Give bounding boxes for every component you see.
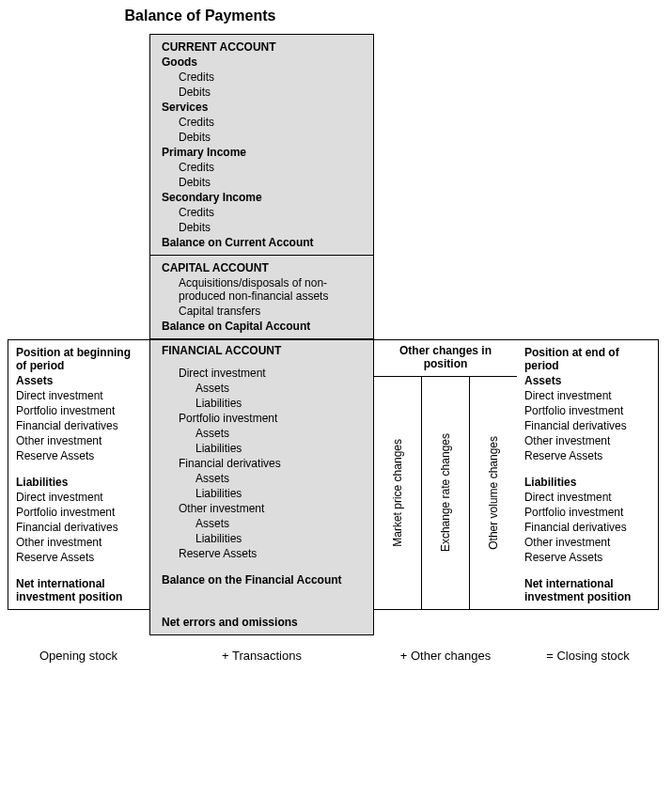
end-assets-head: Assets [524,374,652,387]
fa-direct: Direct investment [162,367,367,380]
end-liab-portfolio: Portfolio investment [524,506,652,519]
end-liab-reserve: Reserve Assets [524,551,652,564]
goods-head: Goods [162,55,367,69]
footer-other: + Other changes [374,649,517,663]
other-changes-box: Other changes in position Market price c… [374,339,517,610]
capital-balance: Balance on Capital Account [162,320,367,333]
fa-portfolio-liabilities: Liabilities [162,442,367,455]
footer-transactions: + Transactions [149,649,374,663]
current-account-box: CURRENT ACCOUNT Goods Credits Debits Ser… [149,34,374,256]
position-end-box: Position at end of period Assets Direct … [517,339,659,610]
start-asset-portfolio: Portfolio investment [16,404,144,417]
primary-income-head: Primary Income [162,146,367,159]
other-volume: Other volume changes [487,436,500,550]
fa-direct-liabilities: Liabilities [162,397,367,410]
capital-account-box: CAPITAL ACCOUNT Acquisitions/disposals o… [149,256,374,339]
main-row: Position at beginning of period Assets D… [8,339,664,610]
footer-closing: = Closing stock [517,649,659,663]
secondary-debits: Debits [162,221,367,234]
secondary-credits: Credits [162,206,367,219]
net-errors: Net errors and omissions [162,616,367,629]
capital-transfers: Capital transfers [162,305,367,318]
start-liab-derivatives: Financial derivatives [16,521,144,534]
primary-debits: Debits [162,176,367,189]
net-errors-box: Net errors and omissions [149,610,374,635]
other-exchange: Exchange rate changes [439,433,452,552]
other-market-col: Market price changes [374,377,421,609]
start-asset-derivatives: Financial derivatives [16,419,144,432]
fa-direct-assets: Assets [162,382,367,395]
goods-credits: Credits [162,70,367,84]
current-account-head: CURRENT ACCOUNT [162,40,367,54]
position-start-box: Position at beginning of period Assets D… [8,339,149,610]
start-asset-reserve: Reserve Assets [16,449,144,462]
primary-credits: Credits [162,161,367,174]
end-liab-direct: Direct investment [524,491,652,504]
secondary-income-head: Secondary Income [162,191,367,204]
start-assets-head: Assets [16,374,144,387]
other-changes-head: Other changes in position [374,340,517,377]
footer-equation: Opening stock + Transactions + Other cha… [8,649,664,663]
end-liab-other: Other investment [524,536,652,549]
other-volume-col: Other volume changes [469,377,517,609]
start-asset-other: Other investment [16,434,144,447]
end-liab-derivatives: Financial derivatives [524,521,652,534]
start-niip: Net international investment position [16,577,144,603]
end-liabilities-head: Liabilities [524,476,652,489]
start-liab-other: Other investment [16,536,144,549]
end-asset-direct: Direct investment [524,389,652,402]
start-asset-direct: Direct investment [16,389,144,402]
goods-debits: Debits [162,86,367,99]
position-end-head: Position at end of period [524,346,652,372]
fa-other-liabilities: Liabilities [162,532,367,545]
fa-reserve: Reserve Assets [162,547,367,560]
financial-balance: Balance on the Financial Account [162,573,367,587]
fa-other: Other investment [162,502,367,515]
start-liab-portfolio: Portfolio investment [16,506,144,519]
fa-other-assets: Assets [162,517,367,530]
capital-account-head: CAPITAL ACCOUNT [162,261,367,274]
financial-account-head: FINANCIAL ACCOUNT [162,344,367,357]
services-credits: Credits [162,116,367,129]
start-liab-direct: Direct investment [16,491,144,504]
position-start-head: Position at beginning of period [16,346,144,372]
end-asset-portfolio: Portfolio investment [524,404,652,417]
footer-opening: Opening stock [8,649,149,663]
end-asset-derivatives: Financial derivatives [524,419,652,432]
start-liab-reserve: Reserve Assets [16,551,144,564]
end-niip: Net international investment position [524,577,652,603]
fa-portfolio-assets: Assets [162,427,367,440]
page-title: Balance of Payments [8,8,393,24]
financial-account-box: FINANCIAL ACCOUNT Direct investment Asse… [149,339,374,610]
other-market: Market price changes [391,439,404,547]
capital-acquisitions: Acquisitions/disposals of non-produced n… [162,276,367,303]
other-exchange-col: Exchange rate changes [421,377,469,609]
end-asset-other: Other investment [524,434,652,447]
start-liabilities-head: Liabilities [16,476,144,489]
fa-derivatives-liabilities: Liabilities [162,487,367,500]
current-balance: Balance on Current Account [162,236,367,249]
services-debits: Debits [162,131,367,144]
fa-portfolio: Portfolio investment [162,412,367,425]
services-head: Services [162,101,367,114]
end-asset-reserve: Reserve Assets [524,449,652,462]
fa-derivatives-assets: Assets [162,472,367,485]
fa-derivatives: Financial derivatives [162,457,367,470]
